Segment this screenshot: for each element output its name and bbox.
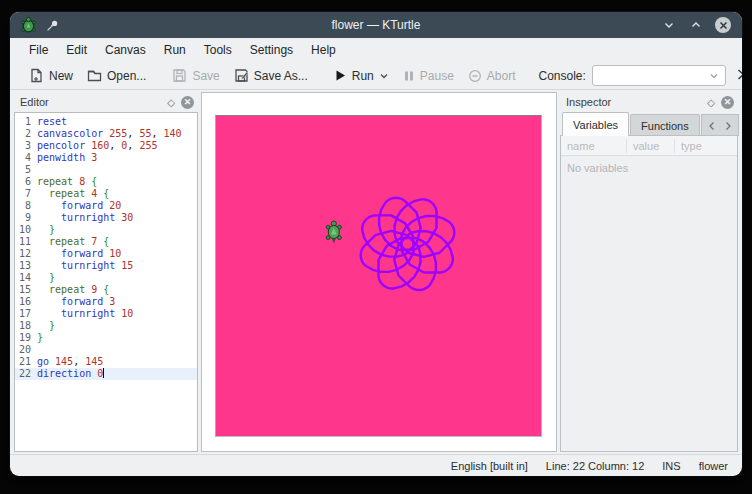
code-text: direction 0 (34, 368, 104, 380)
code-text: repeat 7 { (34, 236, 109, 248)
new-file-icon (29, 68, 44, 83)
code-line[interactable]: 5 (15, 164, 197, 176)
code-line[interactable]: 11 repeat 7 { (15, 236, 197, 248)
code-line[interactable]: 7 repeat 4 { (15, 188, 197, 200)
menu-settings[interactable]: Settings (241, 38, 302, 62)
status-insert-mode: INS (662, 460, 680, 472)
code-line[interactable]: 21go 145, 145 (15, 356, 197, 368)
open-folder-icon (87, 68, 102, 83)
code-text (34, 164, 37, 176)
line-number: 10 (15, 224, 34, 236)
statusbar: English [built in] Line: 22 Column: 12 I… (10, 454, 742, 476)
menu-canvas[interactable]: Canvas (96, 38, 155, 62)
code-line[interactable]: 3pencolor 160, 0, 255 (15, 140, 197, 152)
new-button[interactable]: New (22, 64, 80, 88)
console-input[interactable] (593, 70, 706, 82)
variables-table: name value type No variables (560, 135, 738, 452)
code-line[interactable]: 20 (15, 344, 197, 356)
code-line[interactable]: 16 forward 3 (15, 296, 197, 308)
menu-edit[interactable]: Edit (57, 38, 96, 62)
line-number: 5 (15, 164, 34, 176)
code-editor[interactable]: 1reset2canvascolor 255, 55, 1403pencolor… (14, 112, 198, 452)
titlebar[interactable]: flower — KTurtle (10, 12, 742, 38)
menu-run[interactable]: Run (155, 38, 195, 62)
line-number: 1 (15, 116, 34, 128)
inspector-close-icon[interactable]: ✕ (721, 96, 734, 109)
inspector-dock-title: Inspector (566, 96, 707, 108)
menu-help[interactable]: Help (302, 38, 345, 62)
chevron-right-icon (734, 68, 742, 81)
code-line[interactable]: 14 } (15, 272, 197, 284)
code-line[interactable]: 1reset (15, 116, 197, 128)
editor-dock-title: Editor (20, 96, 167, 108)
line-number: 2 (15, 128, 34, 140)
save-icon (172, 68, 187, 83)
code-text: } (34, 320, 55, 332)
line-number: 11 (15, 236, 34, 248)
tab-variables[interactable]: Variables (562, 112, 629, 136)
abort-button[interactable]: Abort (461, 64, 523, 88)
line-number: 7 (15, 188, 34, 200)
tab-scroll-area (701, 114, 739, 136)
code-text: } (34, 272, 55, 284)
editor-close-icon[interactable]: ✕ (181, 96, 194, 109)
console-dropdown-chevron-icon[interactable] (706, 68, 722, 84)
editor-dock-header: Editor ◇ ✕ (14, 92, 198, 112)
line-number: 15 (15, 284, 34, 296)
editor-float-icon[interactable]: ◇ (167, 97, 175, 108)
save-as-button[interactable]: Save As... (227, 64, 315, 88)
line-number: 16 (15, 296, 34, 308)
code-text: penwidth 3 (34, 152, 97, 164)
pin-icon[interactable] (46, 19, 59, 32)
minimize-icon[interactable] (661, 17, 677, 33)
console-label: Console: (539, 69, 586, 83)
code-text: repeat 9 { (34, 284, 109, 296)
table-header-row: name value type (561, 136, 737, 156)
run-dropdown-chevron-icon (379, 71, 389, 81)
run-play-icon (334, 69, 347, 82)
code-line[interactable]: 9 turnright 30 (15, 212, 197, 224)
menu-tools[interactable]: Tools (195, 38, 241, 62)
code-text: forward 10 (34, 248, 121, 260)
tab-scroll-right-icon[interactable] (724, 121, 732, 131)
save-button[interactable]: Save (165, 64, 226, 88)
code-text: } (34, 332, 43, 344)
code-line[interactable]: 8 forward 20 (15, 200, 197, 212)
maximize-icon[interactable] (688, 17, 704, 33)
code-line[interactable]: 18 } (15, 320, 197, 332)
inspector-float-icon[interactable]: ◇ (707, 97, 715, 108)
run-button[interactable]: Run (327, 64, 396, 88)
code-line[interactable]: 2canvascolor 255, 55, 140 (15, 128, 197, 140)
pause-button[interactable]: Pause (396, 64, 461, 88)
code-line[interactable]: 19} (15, 332, 197, 344)
tab-functions[interactable]: Functions (630, 114, 700, 136)
code-line[interactable]: 12 forward 10 (15, 248, 197, 260)
menu-file[interactable]: File (20, 38, 57, 62)
tab-scroll-left-icon[interactable] (708, 121, 716, 131)
open-button[interactable]: Open... (80, 64, 153, 88)
inspector-tabbar: Variables Functions (560, 112, 738, 136)
console-combobox[interactable] (592, 65, 726, 86)
kturtle-app-icon (20, 17, 37, 34)
column-type[interactable]: type (675, 139, 737, 153)
toolbar-overflow-button[interactable] (726, 68, 742, 84)
line-number: 20 (15, 344, 34, 356)
code-line[interactable]: 15 repeat 9 { (15, 284, 197, 296)
column-name[interactable]: name (561, 139, 627, 153)
code-line[interactable]: 6repeat 8 { (15, 176, 197, 188)
line-number: 19 (15, 332, 34, 344)
code-text: } (34, 224, 55, 236)
code-line[interactable]: 22direction 0 (15, 368, 197, 380)
editor-dock: Editor ◇ ✕ 1reset2canvascolor 255, 55, 1… (14, 92, 198, 452)
console-group: Console: (539, 65, 726, 86)
close-icon[interactable] (715, 17, 731, 33)
code-line[interactable]: 4penwidth 3 (15, 152, 197, 164)
column-value[interactable]: value (627, 139, 675, 153)
code-line[interactable]: 17 turnright 10 (15, 308, 197, 320)
code-line[interactable]: 13 turnright 15 (15, 260, 197, 272)
code-text: forward 20 (34, 200, 121, 212)
line-number: 22 (15, 368, 34, 380)
canvas-view[interactable] (201, 92, 557, 452)
code-text: repeat 4 { (34, 188, 109, 200)
code-line[interactable]: 10 } (15, 224, 197, 236)
